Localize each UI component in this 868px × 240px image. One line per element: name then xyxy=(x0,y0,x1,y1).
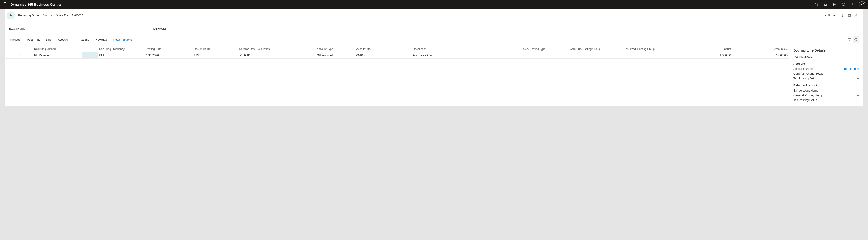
posting-group-value: – xyxy=(857,55,859,58)
product-name: Dynamics 365 Business Central xyxy=(10,2,62,6)
cell-gen-posting-type[interactable] xyxy=(522,52,568,59)
svg-point-0 xyxy=(815,3,817,5)
cell-recurring-method[interactable]: RF Reversin... xyxy=(33,52,82,59)
breadcrumb: Recurring General Journals | Work Date: … xyxy=(18,14,84,17)
account-gps-value: – xyxy=(857,72,859,75)
svg-line-1 xyxy=(817,5,818,6)
account-name-label: Account Name xyxy=(794,67,813,70)
col-amount[interactable]: Amount xyxy=(676,45,733,52)
cell-account-no[interactable]: 60100 xyxy=(355,52,411,59)
cell-amount-currency[interactable]: 1,000.00 xyxy=(733,52,789,59)
col-account-type[interactable]: Account Type xyxy=(315,45,355,52)
info-pane-icon[interactable] xyxy=(852,36,859,43)
batch-name-input[interactable]: DEFAULT ··· xyxy=(152,26,859,31)
svg-point-3 xyxy=(843,4,844,5)
cell-recurring-frequency[interactable]: CM xyxy=(98,52,145,59)
col-recurring-method[interactable]: Recurring Method xyxy=(33,45,82,52)
batch-name-label: Batch Name xyxy=(9,27,25,30)
bal-gps-label: General Posting Setup xyxy=(794,94,823,97)
details-pane: Journal Line Details Posting Group – Acc… xyxy=(789,45,864,106)
cmd-line[interactable]: Line xyxy=(45,37,53,42)
cell-description[interactable]: Accruals - April xyxy=(412,52,522,59)
col-document-no[interactable]: Document No. xyxy=(193,45,238,52)
bal-account-name-label: Bal. Account Name xyxy=(794,89,818,92)
filter-icon[interactable] xyxy=(846,36,852,43)
account-tps-value: – xyxy=(857,77,859,80)
cell-posting-date[interactable]: 4/30/2020 xyxy=(145,52,193,59)
cmd-navigate[interactable]: Navigate xyxy=(95,37,108,42)
svg-marker-10 xyxy=(848,38,850,41)
details-title: Journal Line Details xyxy=(794,48,859,52)
account-name-value[interactable]: Rent Expense xyxy=(840,67,859,70)
col-recurring-frequency[interactable]: Recurring Frequency xyxy=(98,45,145,52)
posting-group-label: Posting Group xyxy=(794,55,812,58)
collapse-icon[interactable] xyxy=(852,12,859,19)
bal-gps-value: – xyxy=(857,94,859,97)
cell-gen-bus-posting-group[interactable] xyxy=(568,52,622,59)
account-tps-label: Tax Posting Setup xyxy=(794,77,817,80)
cell-amount[interactable]: 1,000.00 xyxy=(676,52,733,59)
col-amount-currency[interactable]: Amount ($) xyxy=(733,45,789,52)
account-section: Account xyxy=(794,62,859,65)
cell-account-type[interactable]: G/L Account xyxy=(315,52,355,59)
cell-gen-prod-posting-group[interactable] xyxy=(622,52,676,59)
col-gen-prod-posting-group[interactable]: Gen. Prod. Posting Group xyxy=(622,45,676,52)
col-account-no[interactable]: Account No. xyxy=(355,45,411,52)
col-description[interactable]: Description xyxy=(412,45,522,52)
open-new-window-icon[interactable] xyxy=(846,12,852,19)
bookmark-icon[interactable] xyxy=(840,12,846,19)
col-gen-bus-posting-group[interactable]: Gen. Bus. Posting Group xyxy=(568,45,622,52)
help-icon[interactable] xyxy=(848,0,857,8)
cell-reverse-date-calc[interactable] xyxy=(238,52,315,59)
cmd-post-print[interactable]: Post/Print xyxy=(26,37,40,42)
flag-icon[interactable] xyxy=(830,0,839,8)
col-reverse-date-calc[interactable]: Reverse Date Calculation xyxy=(238,45,315,52)
row-selector-icon[interactable] xyxy=(4,52,33,59)
cmd-fewer-options[interactable]: Fewer options xyxy=(113,37,133,42)
table-row[interactable] xyxy=(4,59,789,65)
account-gps-label: General Posting Setup xyxy=(794,72,823,75)
journal-lines-grid[interactable]: Recurring Method Recurring Frequency Pos… xyxy=(4,45,789,65)
notification-icon[interactable] xyxy=(821,0,830,8)
reverse-date-calc-input[interactable] xyxy=(239,53,314,58)
bal-account-name-value: – xyxy=(857,89,859,92)
app-launcher-icon[interactable] xyxy=(3,2,6,6)
cmd-manage[interactable]: Manage xyxy=(9,37,22,42)
bal-tps-value: – xyxy=(857,98,859,102)
user-avatar[interactable]: RZ xyxy=(859,1,865,7)
col-gen-posting-type[interactable]: Gen. Posting Type xyxy=(522,45,568,52)
table-row[interactable]: RF Reversin... ⋮ CM 4/30/2020 123 G/L Ac… xyxy=(4,52,789,59)
cell-document-no[interactable]: 123 xyxy=(193,52,238,59)
search-icon[interactable] xyxy=(812,0,821,8)
batch-lookup-icon[interactable]: ··· xyxy=(854,27,857,30)
balance-section: Balance Account xyxy=(794,84,859,87)
col-posting-date[interactable]: Posting Date xyxy=(145,45,193,52)
saved-indicator: Saved xyxy=(824,14,836,17)
settings-icon[interactable] xyxy=(839,0,848,8)
row-menu-icon[interactable]: ⋮ xyxy=(82,52,98,59)
cmd-actions[interactable]: Actions xyxy=(79,37,90,42)
bal-tps-label: Tax Posting Setup xyxy=(794,98,817,102)
cmd-account[interactable]: Account xyxy=(57,37,69,42)
back-button[interactable] xyxy=(7,11,15,20)
